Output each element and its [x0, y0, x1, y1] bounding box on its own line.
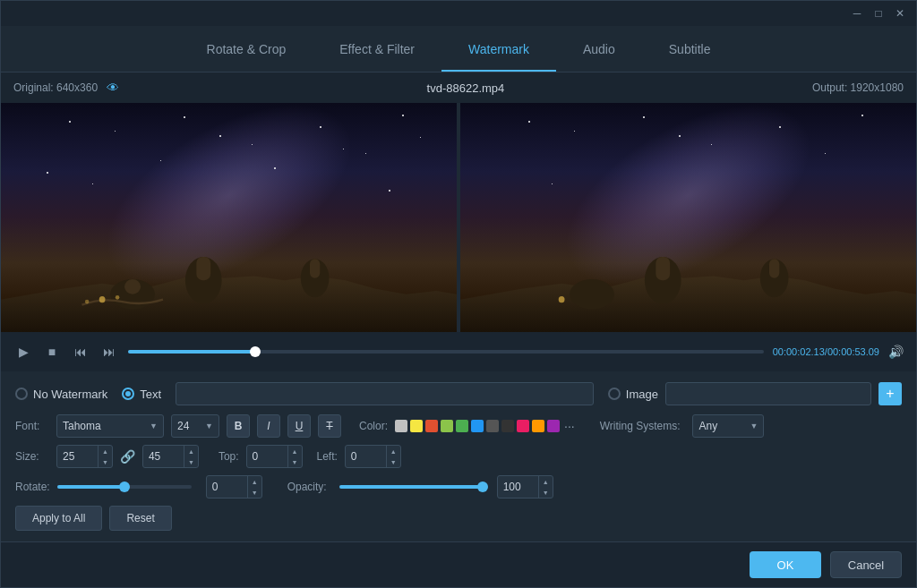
swatch-9[interactable] [532, 420, 544, 432]
size-height-input[interactable] [143, 450, 184, 463]
left-label: Left: [317, 450, 338, 463]
video-filename: tvd-88622.mp4 [427, 81, 505, 95]
swatch-4[interactable] [456, 420, 468, 432]
size-height-down[interactable]: ▼ [184, 456, 198, 467]
tab-subtitle[interactable]: Subtitle [642, 26, 738, 72]
volume-icon[interactable]: 🔊 [888, 345, 904, 359]
image-watermark-input[interactable] [665, 382, 871, 405]
font-dropdown[interactable]: Tahoma ▼ [56, 414, 164, 438]
play-button[interactable]: ▶ [13, 342, 33, 362]
swatch-8[interactable] [517, 420, 529, 432]
svg-point-9 [85, 300, 90, 304]
left-spinbox[interactable]: ▲ ▼ [345, 445, 401, 468]
rotate-down[interactable]: ▼ [248, 487, 261, 498]
rotate-spinbox[interactable]: ▲ ▼ [206, 475, 262, 499]
add-image-button[interactable]: + [878, 382, 902, 405]
top-input[interactable] [247, 450, 287, 463]
swatch-5[interactable] [471, 420, 484, 432]
rotate-thumb[interactable] [119, 481, 130, 492]
font-size-display: 24 [177, 420, 189, 432]
opacity-label: Opacity: [287, 481, 327, 493]
apply-all-button[interactable]: Apply to All [15, 506, 102, 531]
reset-button[interactable]: Reset [109, 506, 171, 531]
opacity-down[interactable]: ▼ [539, 487, 553, 498]
image-radio[interactable] [608, 388, 621, 400]
image-option[interactable]: Image [608, 388, 658, 401]
ok-button[interactable]: OK [750, 551, 821, 578]
left-up[interactable]: ▲ [387, 446, 400, 456]
rotate-up[interactable]: ▲ [248, 476, 261, 487]
font-name-display: Tahoma [63, 420, 101, 432]
opacity-up[interactable]: ▲ [539, 476, 553, 487]
swatch-1[interactable] [410, 420, 423, 432]
size-label: Size: [15, 450, 49, 463]
size-width-up[interactable]: ▲ [99, 446, 112, 456]
tab-rotate-crop[interactable]: Rotate & Crop [180, 26, 313, 72]
size-height-up[interactable]: ▲ [184, 446, 198, 456]
rotate-slider[interactable] [57, 485, 192, 489]
top-arrows: ▲ ▼ [287, 446, 302, 467]
swatch-6[interactable] [486, 420, 499, 432]
link-icon[interactable]: 🔗 [120, 449, 135, 464]
font-size-arrow: ▼ [205, 422, 213, 430]
cancel-button[interactable]: Cancel [830, 551, 902, 578]
writing-systems-dropdown[interactable]: Any ▼ [692, 414, 764, 438]
no-watermark-radio[interactable] [15, 388, 28, 400]
underline-button[interactable]: U [287, 414, 311, 438]
next-button[interactable]: ⏭ [99, 342, 119, 362]
svg-marker-10 [460, 273, 916, 332]
text-option[interactable]: Text [122, 388, 161, 401]
opacity-slider[interactable] [339, 485, 483, 489]
svg-rect-2 [196, 257, 210, 280]
no-watermark-option[interactable]: No Watermark [15, 388, 107, 401]
minimize-button[interactable]: ─ [848, 4, 866, 22]
swatch-3[interactable] [441, 420, 453, 432]
stop-button[interactable]: ■ [42, 342, 62, 362]
progress-bar[interactable] [128, 350, 764, 354]
left-input[interactable] [346, 450, 386, 463]
size-width-down[interactable]: ▼ [99, 456, 112, 467]
text-radio[interactable] [122, 388, 134, 400]
more-colors-button[interactable]: ··· [564, 419, 575, 433]
progress-thumb[interactable] [250, 346, 261, 357]
close-button[interactable]: ✕ [891, 4, 909, 22]
tab-watermark[interactable]: Watermark [441, 26, 556, 72]
opacity-input[interactable] [498, 481, 538, 493]
writing-systems-display: Any [698, 420, 717, 432]
font-size-dropdown[interactable]: 24 ▼ [171, 414, 219, 438]
eye-icon[interactable]: 👁 [107, 81, 119, 95]
prev-button[interactable]: ⏮ [71, 342, 90, 362]
strikethrough-button[interactable]: T [318, 414, 341, 438]
svg-point-15 [570, 279, 614, 309]
opacity-thumb[interactable] [477, 481, 488, 492]
size-width-input[interactable] [57, 450, 98, 463]
svg-rect-4 [310, 260, 320, 279]
size-width-spinbox[interactable]: ▲ ▼ [56, 445, 113, 468]
swatch-2[interactable] [425, 420, 438, 432]
size-height-spinbox[interactable]: ▲ ▼ [142, 445, 199, 468]
tab-effect-filter[interactable]: Effect & Filter [313, 26, 441, 72]
left-arrows: ▲ ▼ [386, 446, 400, 467]
writing-systems-arrow: ▼ [750, 422, 758, 430]
video-info-left: Original: 640x360 👁 [13, 81, 119, 95]
swatch-0[interactable] [395, 420, 407, 432]
maximize-button[interactable]: □ [870, 4, 887, 22]
italic-button[interactable]: I [257, 414, 280, 438]
swatch-7[interactable] [501, 420, 514, 432]
size-height-arrows: ▲ ▼ [184, 446, 198, 467]
font-row: Font: Tahoma ▼ 24 ▼ B I U T Color: [15, 414, 902, 438]
tab-audio[interactable]: Audio [556, 26, 642, 72]
video-panel-preview [457, 103, 916, 332]
image-label: Image [626, 388, 658, 401]
top-up[interactable]: ▲ [288, 446, 302, 456]
rotate-input[interactable] [207, 481, 247, 493]
no-watermark-label: No Watermark [33, 388, 107, 401]
text-watermark-input[interactable] [176, 382, 594, 405]
opacity-spinbox[interactable]: ▲ ▼ [497, 475, 553, 499]
swatch-10[interactable] [547, 420, 560, 432]
output-resolution: Output: 1920x1080 [812, 81, 904, 94]
top-down[interactable]: ▼ [288, 456, 302, 467]
top-spinbox[interactable]: ▲ ▼ [246, 445, 303, 468]
bold-button[interactable]: B [227, 414, 250, 438]
left-down[interactable]: ▼ [387, 456, 400, 467]
